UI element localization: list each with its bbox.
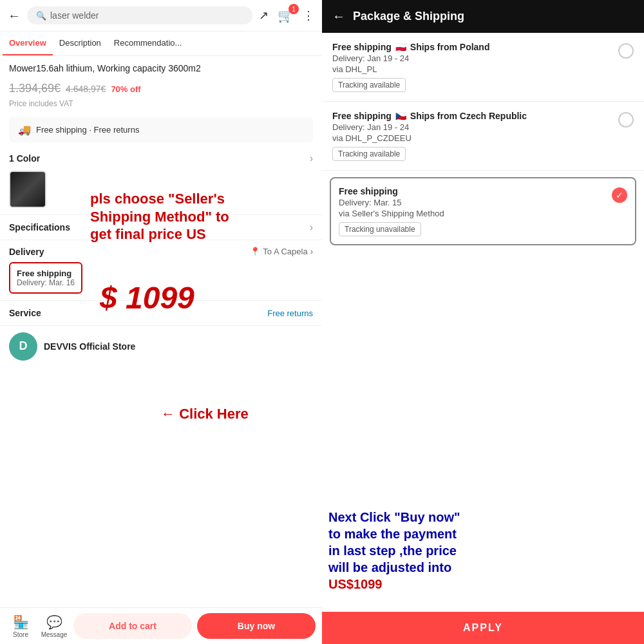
price-compare: 4.648,97€ [66,84,106,94]
option-czech-delivery: Delivery: Jan 19 - 24 [332,122,612,132]
apply-button[interactable]: APPLY [322,612,644,644]
shipping-option-seller[interactable]: Free shipping Delivery: Mar. 15 via Sell… [330,177,636,245]
top-icons: ↗ 🛒 1 ⋮ [259,8,314,23]
specs-chevron-icon: › [310,222,313,233]
delivery-location[interactable]: 📍 To A Capela › [250,247,313,256]
option-seller-radio[interactable]: ✓ [612,187,627,203]
chevron-right-icon: › [310,153,313,164]
truck-icon: 🚚 [18,124,31,136]
option-poland-tracking: Tracking available [332,78,406,92]
shipping-list: Free shipping 🇵🇱 Ships from Poland Deliv… [322,33,644,612]
service-section: Service Free returns [0,300,322,325]
message-icon: 💬 [46,614,62,630]
tab-recommendations[interactable]: Recommendatio... [108,32,189,55]
click-here-overlay: ← Click Here [161,406,249,422]
option-seller-free-label: Free shipping [339,186,398,196]
cart-badge: 1 [289,4,299,14]
option-poland-title: Free shipping 🇵🇱 Ships from Poland [332,42,612,52]
service-label: Service [9,308,41,318]
tab-overview[interactable]: Overview [3,32,53,55]
store-label: Store [13,631,28,638]
store-name: DEVVIS Official Store [44,341,135,352]
delivery-card[interactable]: Free shipping Delivery: Mar. 16 [9,262,82,294]
delivery-card-date: Delivery: Mar. 16 [17,278,75,287]
bottom-bar: 🏪 Store 💬 Message Add to cart Buy now [0,607,322,644]
buy-now-button[interactable]: Buy now [197,613,316,639]
swatch-inner [10,172,45,207]
option-czech-tracking: Tracking available [332,147,406,161]
right-panel: ← Package & Shipping Free shipping 🇵🇱 Sh… [322,0,644,644]
price-row: 1.394,69€ 4.648,97€ 70% off [0,79,322,98]
color-swatch[interactable] [9,171,46,208]
nav-tabs: Overview Description Recommendatio... [0,32,322,56]
shipping-banner-text: Free shipping · Free returns [36,125,139,135]
color-label: 1 Color [9,153,40,164]
option-seller-via: via Seller's Shipping Method [339,209,605,218]
right-header-title: Package & Shipping [353,10,464,23]
product-title: Mower15.6ah lithium, Working capacity 36… [0,56,322,79]
left-panel: ← 🔍 laser welder ↗ 🛒 1 ⋮ Overview Descri… [0,0,322,644]
option-seller-tracking: Tracking unavailable [339,222,421,236]
specs-row[interactable]: Specifications › [0,214,322,240]
option-czech-origin: Ships from Czech Republic [410,111,527,121]
option-poland-delivery: Delivery: Jan 19 - 24 [332,53,612,63]
right-back-button[interactable]: ← [332,9,345,24]
delivery-card-title: Free shipping [17,269,75,278]
free-returns-text: Free returns [267,308,313,318]
option-seller-title: Free shipping [339,186,605,196]
store-button[interactable]: 🏪 Store [6,614,35,638]
delivery-header: Delivery 📍 To A Capela › [9,247,313,257]
store-logo: D [9,332,37,361]
pin-icon: 📍 [250,247,260,256]
delivery-label: Delivery [9,247,44,257]
color-swatch-area [0,168,322,214]
service-right: Free returns [267,307,313,319]
right-header: ← Package & Shipping [322,0,644,33]
search-value: laser welder [50,10,99,21]
shipping-option-czech[interactable]: Free shipping 🇨🇿 Ships from Czech Republ… [322,102,644,171]
option-poland-via: via DHL_PL [332,64,612,74]
add-to-cart-button[interactable]: Add to cart [73,613,192,639]
more-icon[interactable]: ⋮ [303,8,314,23]
option-seller-delivery: Delivery: Mar. 15 [339,198,605,207]
store-section[interactable]: D DEVVIS Official Store [0,325,322,367]
option-poland-free-label: Free shipping [332,42,392,52]
top-bar: ← 🔍 laser welder ↗ 🛒 1 ⋮ [0,0,322,32]
option-czech-radio[interactable] [618,112,634,128]
tab-description[interactable]: Description [53,32,108,55]
specs-label: Specifications [9,222,70,232]
option-poland-origin: Ships from Poland [410,42,490,52]
price-vat: Price includes VAT [0,98,322,113]
check-icon: ✓ [616,190,623,200]
location-chevron-icon: › [310,247,313,256]
search-box[interactable]: 🔍 laser welder [27,6,252,24]
message-label: Message [41,631,68,638]
option-poland-content: Free shipping 🇵🇱 Ships from Poland Deliv… [332,42,612,92]
option-poland-radio[interactable] [618,43,634,59]
cart-button[interactable]: 🛒 1 [278,8,294,23]
store-icon: 🏪 [13,614,29,630]
shipping-banner: 🚚 Free shipping · Free returns [9,117,313,142]
color-row[interactable]: 1 Color › [0,146,322,168]
poland-flag: 🇵🇱 [395,42,406,52]
delivery-section: Delivery 📍 To A Capela › Free shipping D… [0,240,322,300]
search-icon: 🔍 [36,11,46,21]
message-button[interactable]: 💬 Message [40,614,68,638]
option-czech-via: via DHL_P_CZDEEU [332,133,612,143]
option-seller-content: Free shipping Delivery: Mar. 15 via Sell… [339,186,605,236]
back-button[interactable]: ← [8,8,21,23]
option-czech-content: Free shipping 🇨🇿 Ships from Czech Republ… [332,111,612,161]
option-czech-title: Free shipping 🇨🇿 Ships from Czech Republ… [332,111,612,121]
price-original: 1.394,69€ [9,82,61,95]
czech-flag: 🇨🇿 [395,111,406,121]
location-text: To A Capela [263,247,307,256]
service-left: Service [9,307,41,319]
discount-badge: 70% off [111,84,140,94]
option-czech-free-label: Free shipping [332,111,392,121]
share-icon[interactable]: ↗ [259,8,269,23]
shipping-option-poland[interactable]: Free shipping 🇵🇱 Ships from Poland Deliv… [322,33,644,102]
